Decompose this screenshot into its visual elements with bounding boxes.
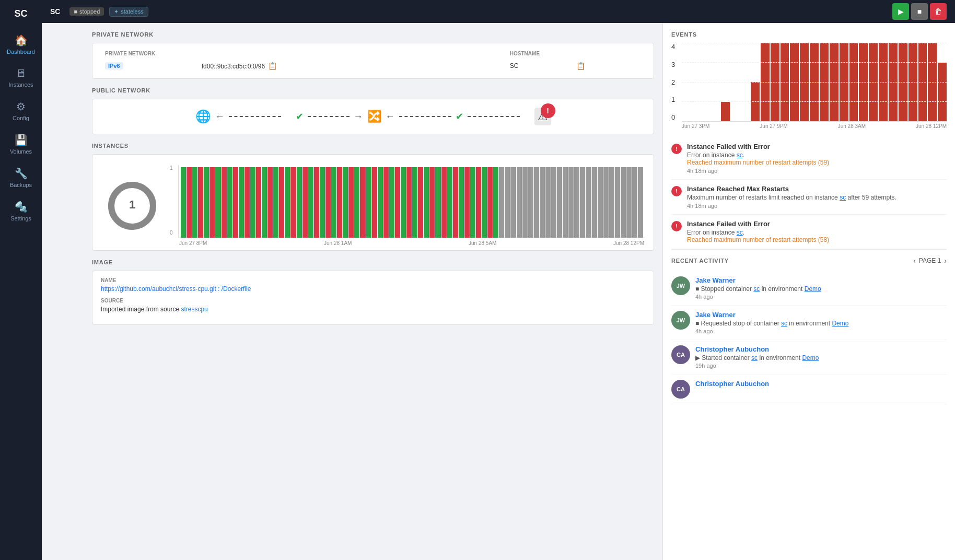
bar-col (401, 167, 406, 238)
act2-prefix: ■ Requested stop of container (695, 320, 781, 327)
bar-col (262, 167, 267, 238)
name-label: NAME (101, 277, 645, 283)
act3-link1[interactable]: sc (751, 354, 758, 361)
bar-col (406, 167, 412, 238)
bar-col (429, 167, 435, 238)
arrow-left2-icon: ← (386, 111, 395, 122)
activity-desc-2: ■ Requested stop of container sc in envi… (695, 320, 947, 327)
image-card: NAME https://github.com/aubuchcl/stress-… (92, 271, 654, 325)
bar-col (187, 167, 192, 238)
app-name: SC (50, 7, 60, 16)
event-content-3: Instance Failed with Error Error on inst… (687, 220, 947, 243)
next-page-button[interactable]: › (944, 256, 947, 265)
event-dot-1: ! (671, 144, 682, 154)
event-warn-1: Reached maximum number of restart attemp… (687, 159, 947, 166)
event-sc-link-3[interactable]: sc (737, 229, 743, 236)
prev-page-button[interactable]: ‹ (913, 256, 916, 265)
event-desc-1: Error on instance sc. (687, 151, 947, 159)
events-grid (682, 43, 947, 121)
y-label-3: 3 (671, 61, 675, 68)
arrow-left-icon: ← (215, 111, 225, 122)
bar-col (626, 167, 632, 238)
copy-hostname-button[interactable]: 📋 (575, 62, 586, 70)
main-content: PRIVATE NETWORK PRIVATE NETWORK HOSTNAME… (84, 23, 955, 560)
sidebar-item-config[interactable]: ⚙ Config (0, 94, 42, 127)
dashboard-icon: 🏠 (15, 34, 28, 46)
bar-col (209, 167, 215, 238)
avatar-ca-2: CA (671, 380, 690, 399)
sidebar-item-backups[interactable]: 🔧 Backups (0, 161, 42, 194)
delete-button[interactable]: 🗑 (930, 3, 947, 20)
bar-col (505, 167, 510, 238)
source-text: Imported image from source (101, 306, 181, 313)
bar-col (568, 167, 574, 238)
avatar-ca-1: CA (671, 345, 690, 364)
event-sc-link-2[interactable]: sc (840, 194, 846, 201)
bar-col (383, 167, 389, 238)
bar-col (447, 167, 452, 238)
bar-col (482, 167, 487, 238)
network-table: PRIVATE NETWORK HOSTNAME IPv6 fd00::9bc3… (101, 49, 645, 73)
act1-link2[interactable]: Demo (805, 285, 821, 293)
bar-col (267, 167, 273, 238)
bar-col (244, 167, 250, 238)
source-link[interactable]: stresscpu (181, 306, 207, 313)
play-button[interactable]: ▶ (892, 3, 909, 20)
act2-link2[interactable]: Demo (832, 320, 848, 327)
bar-col (563, 167, 568, 238)
image-link[interactable]: https://github.com/aubuchcl/stress-cpu.g… (101, 285, 251, 293)
sidebar-item-label: Config (13, 115, 29, 121)
act1-prefix: ■ Stopped container (695, 285, 753, 293)
arrow-right-icon: → (354, 111, 363, 122)
event-title-3: Instance Failed with Error (687, 220, 947, 228)
network-diagram: 🌐 ← ✔ → 🔀 ← ✔ ⚠ (92, 99, 654, 134)
bar-col (598, 167, 603, 238)
activity-user-1: Jake Warner (695, 276, 947, 284)
activity-user-4: Christopher Aubuchon (695, 380, 947, 388)
avatar-jake-1: JW (671, 276, 690, 295)
stop-button[interactable]: ■ (911, 3, 928, 20)
bar-col (621, 167, 626, 238)
sidebar-item-instances[interactable]: 🖥 Instances (0, 61, 42, 94)
bar-col (580, 167, 585, 238)
act2-link1[interactable]: sc (781, 320, 787, 327)
grid-line-4 (682, 43, 947, 43)
event-title-2: Instance Reached Max Restarts (687, 185, 947, 193)
ip-address: fd00::9bc3:cd5c:0:0/96 (202, 63, 265, 70)
image-content: NAME https://github.com/aubuchcl/stress-… (92, 271, 654, 324)
left-panel: PRIVATE NETWORK PRIVATE NETWORK HOSTNAME… (84, 23, 662, 560)
event-sc-link-1[interactable]: sc (737, 151, 743, 159)
act3-link2[interactable]: Demo (802, 354, 819, 361)
ipv6-badge: IPv6 (105, 62, 123, 69)
bar-col (343, 167, 348, 238)
bar-chart-render (178, 165, 645, 238)
bar-col (273, 167, 278, 238)
activity-content-2: Jake Warner ■ Requested stop of containe… (695, 311, 947, 334)
bar-col (418, 167, 423, 238)
y-axis-bottom: 0 (170, 230, 173, 236)
act1-link1[interactable]: sc (753, 285, 760, 293)
ip-type-cell: IPv6 (101, 59, 197, 73)
sidebar-item-label: Dashboard (7, 49, 35, 55)
bar-col (366, 167, 371, 238)
ip-value-cell: fd00::9bc3:cd5c:0:0/96 📋 (197, 59, 506, 73)
sidebar-item-label: Settings (10, 215, 31, 221)
bar-col (464, 167, 470, 238)
events-x-labels: Jun 27 3PM Jun 27 9PM Jun 28 3AM Jun 28 … (682, 123, 947, 129)
status-badge-stopped: ■ stopped (69, 7, 104, 16)
bar-col (441, 167, 447, 238)
bar-col (389, 167, 394, 238)
page-navigation: ‹ PAGE 1 › (913, 256, 947, 265)
event-time-2: 4h 18m ago (687, 203, 947, 209)
bar-col (314, 167, 319, 238)
grid-line-0 (682, 121, 947, 122)
sidebar-item-volumes[interactable]: 💾 Volumes (0, 127, 42, 161)
bar-col (487, 167, 493, 238)
private-network-title: PRIVATE NETWORK (92, 31, 654, 38)
y-axis-top: 1 (170, 165, 173, 171)
source-label: SOURCE (101, 298, 645, 304)
bar-col (198, 167, 203, 238)
copy-ip-button[interactable]: 📋 (267, 62, 278, 70)
sidebar-item-settings[interactable]: 🔩 Settings (0, 194, 42, 228)
sidebar-item-dashboard[interactable]: 🏠 Dashboard (0, 28, 42, 61)
